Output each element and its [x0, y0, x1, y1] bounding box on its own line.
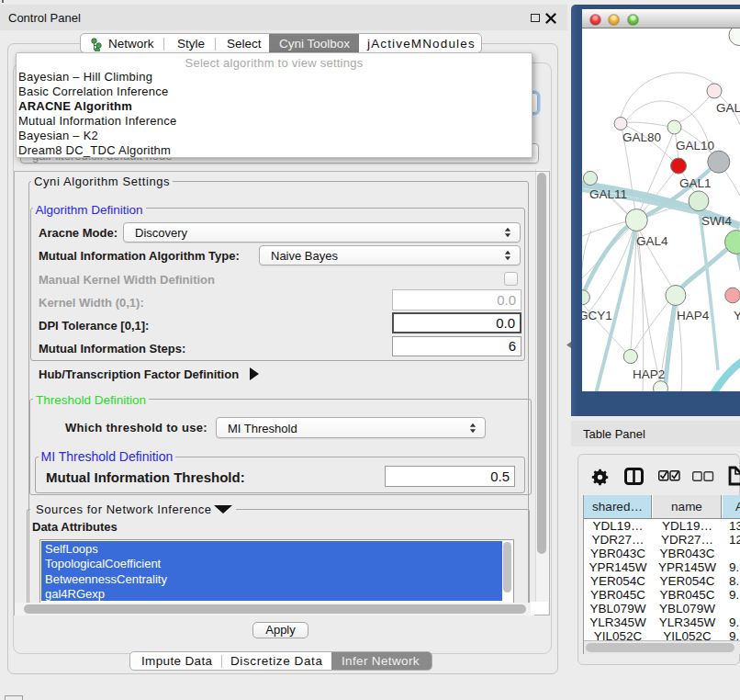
svg-text:HAP4: HAP4 [677, 309, 710, 322]
svg-text:Y: Y [734, 309, 740, 322]
svg-text:GAL10: GAL10 [676, 139, 714, 152]
svg-text:GAL11: GAL11 [589, 187, 627, 201]
svg-text:HAP2: HAP2 [633, 367, 665, 381]
svg-text:GCY1: GCY1 [582, 309, 612, 322]
svg-text:SWI4: SWI4 [701, 214, 732, 228]
svg-text:GAL: GAL [716, 101, 740, 115]
svg-text:GAL1: GAL1 [679, 176, 712, 190]
svg-text:GAL80: GAL80 [622, 130, 661, 144]
svg-text:GAL4: GAL4 [636, 234, 668, 248]
